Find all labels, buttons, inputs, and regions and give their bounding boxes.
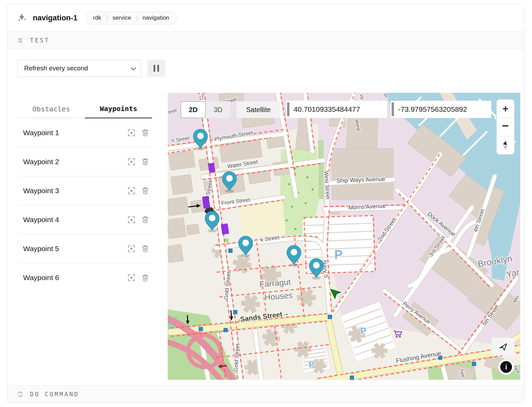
compass-icon xyxy=(502,140,509,150)
delete-waypoint-button[interactable] xyxy=(138,155,152,169)
card-header: navigation-1 rdk service navigation xyxy=(7,4,524,31)
zoom-out-button[interactable]: − xyxy=(497,118,514,136)
focus-icon xyxy=(127,216,136,224)
waypoint-label: Waypoint 5 xyxy=(23,245,125,253)
waypoint-label: Waypoint 6 xyxy=(23,274,125,282)
longitude-field xyxy=(391,101,491,118)
breadcrumb-item[interactable]: service xyxy=(112,14,131,21)
obstacle-rect[interactable] xyxy=(221,224,229,235)
svg-text:P: P xyxy=(359,325,367,337)
waypoint-row: Waypoint 2 xyxy=(18,147,152,176)
map-attribution-button[interactable]: i xyxy=(498,359,514,375)
breadcrumb: rdk service navigation xyxy=(86,11,177,24)
map-zoom-control: + − xyxy=(496,99,515,155)
trash-icon xyxy=(141,216,149,224)
waypoint-label: Waypoint 3 xyxy=(23,187,125,195)
do-command-section-bar[interactable]: DO COMMAND xyxy=(7,385,524,403)
focus-waypoint-button[interactable] xyxy=(125,155,138,169)
breadcrumb-item[interactable]: navigation xyxy=(142,14,169,21)
focus-waypoint-button[interactable] xyxy=(125,126,138,140)
map-mode-toggle: 2D 3D xyxy=(181,101,230,118)
refresh-rate-select[interactable]: Refresh every second xyxy=(18,60,141,77)
trash-icon xyxy=(141,129,149,137)
delete-waypoint-button[interactable] xyxy=(138,126,152,140)
expand-icon xyxy=(18,390,23,398)
trash-icon xyxy=(141,274,149,282)
navigate-arrow-icon xyxy=(498,341,508,352)
zoom-in-button[interactable]: + xyxy=(497,100,514,118)
compass-button[interactable] xyxy=(497,136,514,154)
map-canvas[interactable]: treeGoStreetVaerh StreetPlymouth StreetW… xyxy=(168,93,520,380)
chevron-right-icon xyxy=(135,14,138,22)
test-section-label: TEST xyxy=(30,37,50,44)
satellite-toggle-button[interactable]: Satellite xyxy=(237,101,280,118)
test-section-bar[interactable]: TEST xyxy=(7,31,524,49)
focus-icon xyxy=(127,245,136,253)
trash-icon xyxy=(141,187,149,195)
focus-waypoint-button[interactable] xyxy=(125,271,138,285)
waypoints-panel: Obstacles Waypoints Waypoint 1 xyxy=(18,100,152,292)
recenter-button[interactable] xyxy=(492,338,514,356)
waypoint-row: Waypoint 4 xyxy=(18,205,152,234)
delete-waypoint-button[interactable] xyxy=(138,184,152,198)
focus-icon xyxy=(127,129,136,137)
focus-icon xyxy=(127,187,136,195)
mode-3d-button[interactable]: 3D xyxy=(206,101,230,118)
focus-waypoint-button[interactable] xyxy=(125,213,138,227)
latitude-accent-bar xyxy=(287,102,289,116)
page-title: navigation-1 xyxy=(33,13,78,22)
pause-icon xyxy=(154,65,155,72)
delete-waypoint-button[interactable] xyxy=(138,271,152,285)
waypoint-list: Waypoint 1 xyxy=(18,118,152,292)
do-command-label: DO COMMAND xyxy=(30,391,79,398)
waypoint-row: Waypoint 5 xyxy=(18,234,152,263)
focus-icon xyxy=(127,274,136,282)
latitude-field xyxy=(286,101,387,118)
delete-waypoint-button[interactable] xyxy=(138,242,152,256)
navigation-map: treeGoStreetVaerh StreetPlymouth StreetW… xyxy=(168,93,520,380)
mode-2d-button[interactable]: 2D xyxy=(181,101,206,118)
waypoint-row: Waypoint 1 xyxy=(18,118,152,147)
info-icon: i xyxy=(500,361,512,373)
trash-icon xyxy=(141,245,149,252)
module-card: navigation-1 rdk service navigation TEST… xyxy=(7,4,524,403)
focus-icon xyxy=(127,158,136,166)
breadcrumb-item[interactable]: rdk xyxy=(93,14,101,21)
waypoint-row: Waypoint 3 xyxy=(18,176,152,205)
pause-refresh-button[interactable] xyxy=(147,60,165,77)
focus-waypoint-button[interactable] xyxy=(125,242,138,256)
svg-text:P: P xyxy=(334,248,343,262)
chevron-down-icon xyxy=(131,65,136,70)
trash-icon xyxy=(141,158,149,166)
waypoint-row: Waypoint 6 xyxy=(18,263,152,292)
svg-text:→: → xyxy=(282,309,289,317)
svg-text:Va: Va xyxy=(359,93,365,100)
waypoint-label: Waypoint 2 xyxy=(23,158,125,166)
panel-tabs: Obstacles Waypoints xyxy=(18,100,152,118)
delete-waypoint-button[interactable] xyxy=(138,213,152,227)
waypoint-label: Waypoint 4 xyxy=(23,216,125,224)
tab-waypoints[interactable]: Waypoints xyxy=(85,100,152,118)
longitude-input[interactable] xyxy=(397,105,491,114)
refresh-rate-value: Refresh every second xyxy=(24,64,88,72)
test-sparkle-icon xyxy=(17,12,27,23)
focus-waypoint-button[interactable] xyxy=(125,184,138,198)
tab-obstacles[interactable]: Obstacles xyxy=(18,100,85,118)
latitude-input[interactable] xyxy=(293,105,387,114)
collapse-icon xyxy=(18,37,23,44)
waypoint-label: Waypoint 1 xyxy=(23,129,125,137)
chevron-right-icon xyxy=(105,14,108,22)
longitude-accent-bar xyxy=(392,102,394,116)
